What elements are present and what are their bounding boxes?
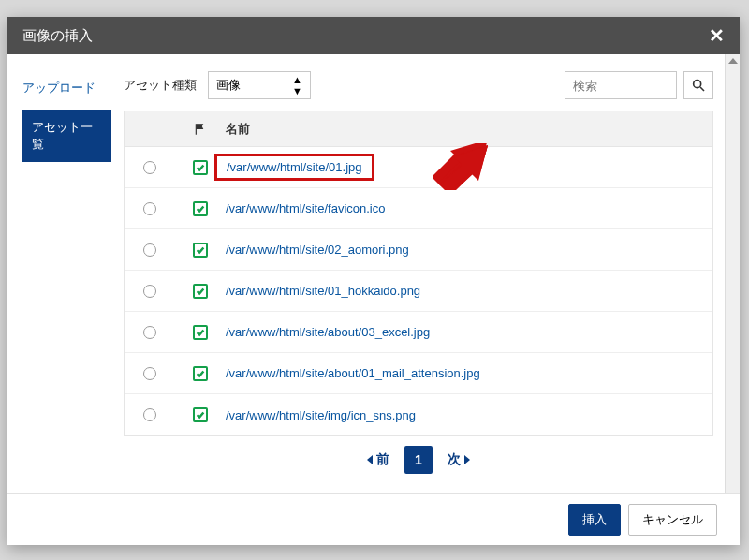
check-icon [193,160,208,175]
asset-name-link[interactable]: /var/www/html/site/about/03_excel.jpg [226,325,430,339]
asset-name-link[interactable]: /var/www/html/site/favicon.ico [226,201,386,215]
table-row: /var/www/html/site/01_hokkaido.png [125,271,712,312]
check-icon [193,407,208,422]
row-radio[interactable] [143,285,156,298]
check-icon [193,325,208,340]
check-icon [193,366,208,381]
flag-icon [194,123,207,136]
asset-type-value: 画像 [216,77,241,94]
cancel-button[interactable]: キャンセル [628,504,717,536]
table-body: /var/www/html/site/01.jpg/var/www/html/s… [125,147,712,435]
main-panel: アセット種類 画像 ▲▼ 名前 / [120,54,740,493]
row-radio[interactable] [143,243,156,257]
row-radio[interactable] [143,326,156,339]
asset-type-select[interactable]: 画像 ▲▼ [208,71,311,99]
asset-name-link[interactable]: /var/www/html/site/01_hokkaido.png [226,284,420,298]
search-icon [691,78,706,93]
svg-line-1 [700,87,704,91]
flag-column-header [175,123,226,136]
pagination: 前 1 次 [124,436,713,483]
insert-button[interactable]: 挿入 [568,504,621,536]
table-row: /var/www/html/site/img/icn_sns.png [125,394,712,435]
pager-current[interactable]: 1 [404,446,433,474]
insert-image-modal: 画像の挿入 ✕ アップロード アセット一覧 アセット種類 画像 ▲▼ [7,17,740,545]
modal-title: 画像の挿入 [22,27,93,45]
row-radio[interactable] [143,202,156,215]
chevron-updown-icon: ▲▼ [292,74,302,96]
pager-next-label: 次 [448,451,461,468]
modal-header: 画像の挿入 ✕ [7,17,740,54]
toolbar: アセット種類 画像 ▲▼ [124,71,713,99]
search-button[interactable] [683,71,713,99]
table-row: /var/www/html/site/about/03_excel.jpg [125,312,712,353]
search-input[interactable] [565,71,677,99]
table-row: /var/www/html/site/01.jpg [125,147,712,188]
asset-table: 名前 /var/www/html/site/01.jpg/var/www/htm… [124,111,713,436]
table-row: /var/www/html/site/favicon.ico [125,188,712,229]
table-header: 名前 [125,111,712,147]
asset-name-link[interactable]: /var/www/html/site/about/01_mail_attensi… [226,366,480,380]
sidebar: アップロード アセット一覧 [7,54,120,493]
sidebar-item-upload[interactable]: アップロード [22,73,120,104]
asset-name-link[interactable]: /var/www/html/site/02_aomori.png [226,243,409,257]
pager-next[interactable]: 次 [448,451,470,468]
triangle-right-icon [464,455,470,464]
row-radio[interactable] [143,367,156,380]
table-row: /var/www/html/site/02_aomori.png [125,229,712,271]
check-icon [193,243,208,258]
pager-prev-label: 前 [376,451,389,468]
check-icon [193,201,208,216]
close-icon[interactable]: ✕ [709,24,725,47]
scrollbar[interactable] [725,54,740,493]
sidebar-item-label: アセット一覧 [32,120,93,151]
sidebar-item-label: アップロード [22,81,95,95]
row-radio[interactable] [143,161,156,174]
sidebar-item-asset-list[interactable]: アセット一覧 [22,110,111,162]
pager-prev[interactable]: 前 [367,451,389,468]
name-column-header: 名前 [226,121,712,138]
check-icon [193,284,208,299]
row-radio[interactable] [143,408,156,421]
modal-footer: 挿入 キャンセル [7,493,740,545]
table-row: /var/www/html/site/about/01_mail_attensi… [125,353,712,394]
asset-name-link[interactable]: /var/www/html/site/img/icn_sns.png [226,408,416,422]
triangle-left-icon [367,455,373,464]
modal-body: アップロード アセット一覧 アセット種類 画像 ▲▼ [7,54,740,493]
svg-point-0 [694,81,701,88]
asset-type-label: アセット種類 [124,77,197,94]
asset-name-link[interactable]: /var/www/html/site/01.jpg [214,154,374,181]
